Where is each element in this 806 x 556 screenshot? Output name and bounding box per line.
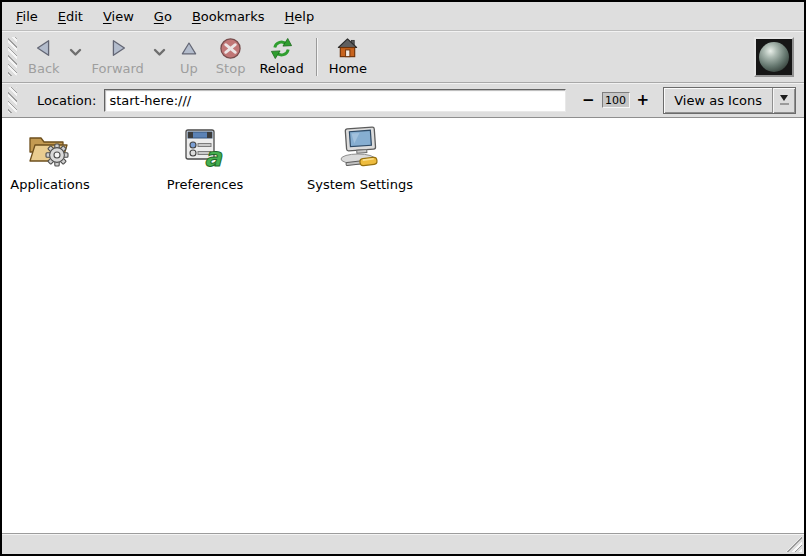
zoom-controls: − 100 + [578, 92, 653, 108]
svg-text:a: a [204, 142, 223, 170]
icon-label: System Settings [307, 177, 413, 192]
up-arrow-icon [179, 37, 199, 60]
throbber-button[interactable] [754, 37, 794, 77]
forward-button[interactable]: Forward [85, 34, 151, 80]
forward-label: Forward [92, 61, 144, 76]
menu-file[interactable]: File [6, 5, 48, 28]
zoom-out-button[interactable]: − [578, 92, 599, 108]
back-history-dropdown[interactable] [67, 34, 85, 80]
zoom-level-indicator[interactable]: 100 [602, 92, 630, 108]
status-bar [2, 533, 804, 554]
applications-folder-gear-icon [26, 126, 74, 174]
menu-go[interactable]: Go [144, 5, 182, 28]
computer-screwdriver-icon [334, 126, 386, 174]
back-button[interactable]: Back [21, 34, 67, 80]
back-label: Back [28, 61, 60, 76]
dropdown-arrow-icon [773, 88, 795, 113]
stop-label: Stop [216, 61, 246, 76]
view-mode-label: View as Icons [674, 93, 762, 108]
home-button[interactable]: Home [322, 34, 374, 80]
reload-button[interactable]: Reload [252, 34, 310, 80]
throbber-globe-icon [759, 42, 789, 72]
icon-label: Applications [10, 177, 89, 192]
icon-applications[interactable]: Applications [2, 126, 98, 192]
icon-label: Preferences [167, 177, 243, 192]
location-bar-grip[interactable] [8, 87, 17, 114]
menu-help[interactable]: Help [275, 5, 325, 28]
chevron-down-icon [69, 42, 82, 61]
menu-view[interactable]: View [93, 5, 144, 28]
location-bar: Location: − 100 + View as Icons [2, 83, 804, 117]
location-label: Location: [37, 93, 96, 108]
up-button[interactable]: Up [169, 34, 209, 80]
home-label: Home [329, 61, 367, 76]
menu-bar: File Edit View Go Bookmarks Help [2, 2, 804, 31]
view-mode-dropdown[interactable]: View as Icons [663, 87, 796, 114]
icon-preferences[interactable]: a Preferences [157, 126, 253, 192]
back-arrow-icon [33, 37, 55, 60]
stop-icon [219, 37, 242, 60]
reload-icon [270, 37, 293, 60]
toolbar-separator [316, 38, 317, 76]
forward-history-dropdown[interactable] [151, 34, 169, 80]
zoom-in-button[interactable]: + [633, 92, 654, 108]
icon-view[interactable]: Applications a Preferences [2, 117, 804, 533]
file-manager-window: File Edit View Go Bookmarks Help Back Fo… [0, 0, 806, 556]
preferences-dialog-icon: a [182, 126, 228, 174]
chevron-down-icon [153, 42, 166, 61]
toolbar-grip[interactable] [8, 37, 17, 77]
stop-button[interactable]: Stop [209, 34, 253, 80]
home-icon [336, 37, 359, 60]
resize-grip[interactable] [786, 536, 802, 552]
menu-bookmarks[interactable]: Bookmarks [182, 5, 275, 28]
icon-system-settings[interactable]: System Settings [312, 126, 408, 192]
tool-bar: Back Forward Up [2, 31, 804, 83]
location-input[interactable] [104, 89, 566, 112]
up-label: Up [180, 61, 198, 76]
reload-label: Reload [259, 61, 303, 76]
forward-arrow-icon [107, 37, 129, 60]
menu-edit[interactable]: Edit [48, 5, 93, 28]
